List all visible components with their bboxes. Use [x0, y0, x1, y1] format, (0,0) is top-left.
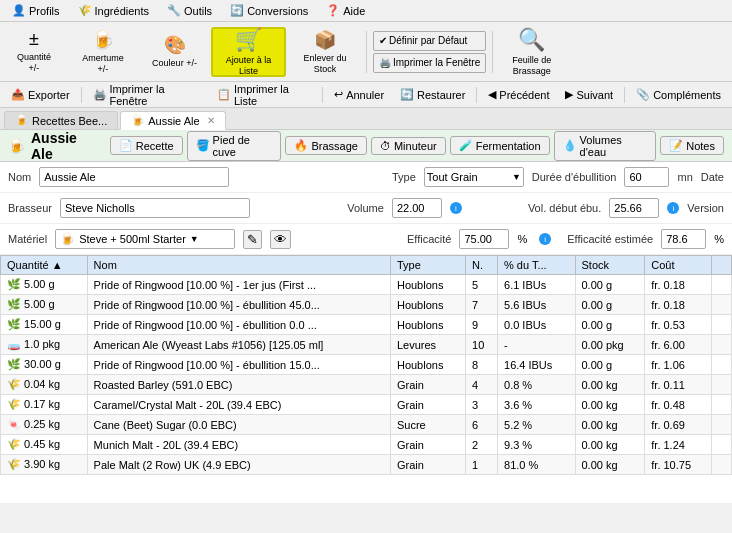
right-toolbar-group: ✔ Définir par Défaut 🖨️ Imprimer la Fenê… — [373, 31, 486, 73]
print-liste-button[interactable]: 📋 Imprimer la Liste — [210, 80, 318, 110]
table-row[interactable]: 🌿 30.00 g Pride of Ringwood [10.00 %] - … — [1, 355, 732, 375]
cell-qty: 🌾 0.45 kg — [1, 435, 88, 455]
tab-volumes-eau[interactable]: 💧 Volumes d'eau — [554, 131, 657, 161]
recipe-title: 🍺 Aussie Ale — [8, 130, 98, 162]
cell-qty: 🌾 3.90 kg — [1, 455, 88, 475]
print-icon: 🖨️ — [379, 57, 391, 68]
table-row[interactable]: 🌿 5.00 g Pride of Ringwood [10.00 %] - 1… — [1, 275, 732, 295]
materiel-value: Steve + 500ml Starter — [79, 233, 186, 245]
tab-fermentation[interactable]: 🧪 Fermentation — [450, 136, 550, 155]
menu-ingredients[interactable]: 🌾 Ingrédients — [70, 2, 157, 19]
brew-sheet-button[interactable]: 🔍 Feuille de Brassage — [499, 27, 564, 77]
brassage-icon: 🔥 — [294, 139, 308, 152]
table-row[interactable]: 🌿 5.00 g Pride of Ringwood [10.00 %] - é… — [1, 295, 732, 315]
print-window-button[interactable]: 🖨️ Imprimer la Fenêtre — [373, 53, 486, 73]
separator-1 — [366, 31, 367, 73]
cell-pct: - — [498, 335, 575, 355]
tab-recettes[interactable]: 🍺 Recettes Bee... — [4, 111, 118, 129]
row-icon: 🌿 — [7, 318, 21, 330]
cell-n: 6 — [466, 415, 498, 435]
cell-pct: 5.2 % — [498, 415, 575, 435]
table-row[interactable]: 🌿 15.00 g Pride of Ringwood [10.00 %] - … — [1, 315, 732, 335]
col-cout[interactable]: Coût — [645, 256, 712, 275]
volume-label: Volume — [347, 202, 384, 214]
efficacite-estimee-input[interactable] — [661, 229, 706, 249]
menu-outils[interactable]: 🔧 Outils — [159, 2, 220, 19]
type-select[interactable]: Tout Grain Extrait Partiel — [424, 167, 524, 187]
table-row[interactable]: 🌾 0.04 kg Roasted Barley (591.0 EBC) Gra… — [1, 375, 732, 395]
col-stock[interactable]: Stock — [575, 256, 645, 275]
col-pct[interactable]: % du T... — [498, 256, 575, 275]
cell-stock: 0.00 g — [575, 315, 645, 335]
tabs-bar: 🍺 Recettes Bee... 🍺 Aussie Ale ✕ — [0, 108, 732, 130]
cell-qty: 🌿 30.00 g — [1, 355, 88, 375]
efficacite-pct: % — [517, 233, 527, 245]
export-icon: 📤 — [11, 88, 25, 101]
tab-recettes-icon: 🍺 — [15, 114, 29, 127]
ingredients-table-wrap: Quantité ▲ Nom Type N. % du T... Stock C… — [0, 255, 732, 475]
version-label: Version — [687, 202, 724, 214]
nom-input[interactable] — [39, 167, 229, 187]
materiel-dropdown-icon[interactable]: ▼ — [190, 234, 199, 244]
volume-info-icon[interactable]: i — [450, 202, 462, 214]
tab-notes[interactable]: 📝 Notes — [660, 136, 724, 155]
table-row[interactable]: 🌾 0.45 kg Munich Malt - 20L (39.4 EBC) G… — [1, 435, 732, 455]
col-quantite[interactable]: Quantité ▲ — [1, 256, 88, 275]
date-label: Date — [701, 171, 724, 183]
vol-debut-input[interactable] — [609, 198, 659, 218]
duree-input[interactable] — [624, 167, 669, 187]
remove-stock-button[interactable]: 📦 Enlever du Stock — [290, 27, 360, 77]
tab-minuteur[interactable]: ⏱ Minuteur — [371, 137, 446, 155]
tab-pied-de-cuve[interactable]: 🪣 Pied de cuve — [187, 131, 282, 161]
annuler-button[interactable]: ↩ Annuler — [327, 85, 391, 104]
cell-cout: fr. 1.06 — [645, 355, 712, 375]
menu-aide[interactable]: ❓ Aide — [318, 2, 373, 19]
menu-conversions[interactable]: 🔄 Conversions — [222, 2, 316, 19]
vol-debut-label: Vol. début ébu. — [528, 202, 601, 214]
tab-aussie-ale[interactable]: 🍺 Aussie Ale ✕ — [120, 111, 225, 130]
col-n[interactable]: N. — [466, 256, 498, 275]
complements-icon: 📎 — [636, 88, 650, 101]
cell-nom: Caramel/Crystal Malt - 20L (39.4 EBC) — [87, 395, 390, 415]
col-nom[interactable]: Nom — [87, 256, 390, 275]
volume-input[interactable] — [392, 198, 442, 218]
add-list-button[interactable]: 🛒 Ajouter à la Liste — [211, 27, 286, 77]
suivant-button[interactable]: ▶ Suivant — [558, 85, 620, 104]
precedent-button[interactable]: ◀ Précédent — [481, 85, 556, 104]
ingredients-icon: 🌾 — [78, 4, 92, 17]
tab-recette[interactable]: 📄 Recette — [110, 136, 183, 155]
bitter-button[interactable]: 🍺 Amertume +/- — [68, 27, 138, 77]
tab-close-icon[interactable]: ✕ — [207, 115, 215, 126]
materiel-edit-icon[interactable]: ✎ — [243, 230, 262, 249]
cell-type: Grain — [390, 435, 465, 455]
cell-extra — [712, 315, 732, 335]
table-row[interactable]: 🧫 1.0 pkg American Ale (Wyeast Labs #105… — [1, 335, 732, 355]
brasseur-input[interactable] — [60, 198, 250, 218]
table-row[interactable]: 🌾 0.17 kg Caramel/Crystal Malt - 20L (39… — [1, 395, 732, 415]
vol-debut-info-icon[interactable]: i — [667, 202, 679, 214]
cell-cout: fr. 0.18 — [645, 295, 712, 315]
col-type[interactable]: Type — [390, 256, 465, 275]
ingredients-table: Quantité ▲ Nom Type N. % du T... Stock C… — [0, 255, 732, 475]
cell-type: Grain — [390, 395, 465, 415]
set-default-button[interactable]: ✔ Définir par Défaut — [373, 31, 486, 51]
row-icon: 🌿 — [7, 358, 21, 370]
complements-button[interactable]: 📎 Compléments — [629, 85, 728, 104]
qty-button[interactable]: ± Quantité +/- — [4, 27, 64, 77]
nom-label: Nom — [8, 171, 31, 183]
print-fenetre-button[interactable]: 🖨️ Imprimer la Fenêtre — [86, 80, 208, 110]
duree-unit: mn — [677, 171, 692, 183]
efficacite-info-icon[interactable]: i — [539, 233, 551, 245]
efficacite-input[interactable] — [459, 229, 509, 249]
table-row[interactable]: 🌾 3.90 kg Pale Malt (2 Row) UK (4.9 EBC)… — [1, 455, 732, 475]
restaurer-button[interactable]: 🔄 Restaurer — [393, 85, 472, 104]
tab-brassage[interactable]: 🔥 Brassage — [285, 136, 366, 155]
color-button[interactable]: 🎨 Couleur +/- — [142, 27, 207, 77]
efficacite-estimee-label: Efficacité estimée — [567, 233, 653, 245]
export-button[interactable]: 📤 Exporter — [4, 85, 77, 104]
materiel-view-icon[interactable]: 👁 — [270, 230, 291, 249]
col-extra — [712, 256, 732, 275]
menu-profils[interactable]: 👤 Profils — [4, 2, 68, 19]
cell-pct: 0.0 IBUs — [498, 315, 575, 335]
table-row[interactable]: 🍬 0.25 kg Cane (Beet) Sugar (0.0 EBC) Su… — [1, 415, 732, 435]
